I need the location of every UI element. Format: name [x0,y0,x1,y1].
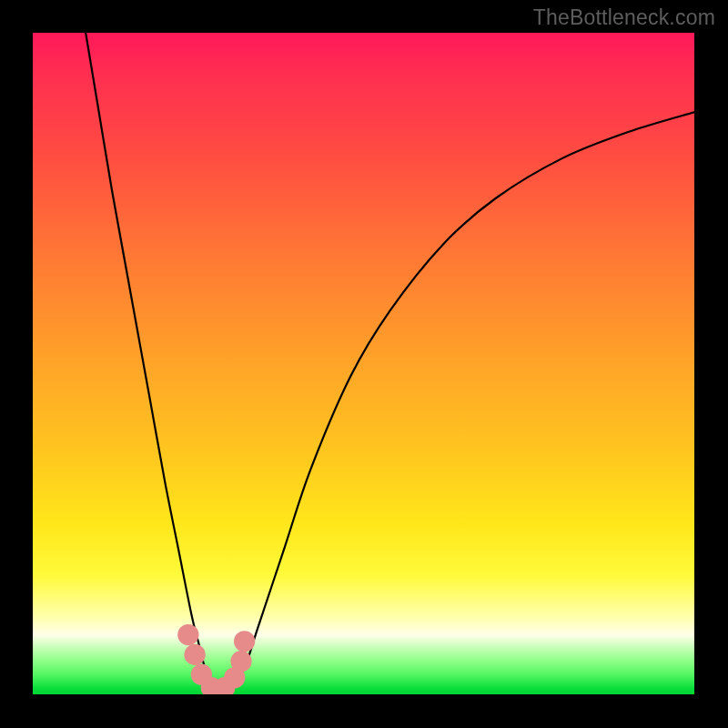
highlight-marker [230,651,251,672]
watermark: TheBottleneck.com [533,5,715,30]
plot-area [33,33,694,694]
highlight-markers [177,624,255,694]
highlight-marker [177,624,198,645]
bottleneck-curve [86,33,694,692]
chart-frame: TheBottleneck.com [0,0,728,728]
highlight-marker [184,644,205,665]
curve-layer [33,33,694,694]
highlight-marker [234,631,255,652]
